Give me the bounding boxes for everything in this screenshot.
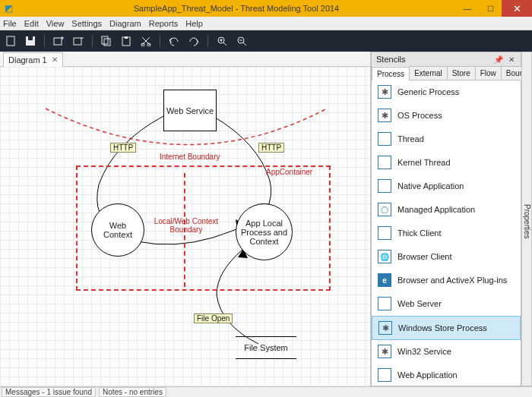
stencil-item-label: Browser Client [397, 252, 452, 261]
stencil-item-label: Web Application [397, 370, 458, 380]
stencil-item[interactable]: Browser and ActiveX Plug-ins [372, 269, 521, 292]
gear-icon [378, 109, 391, 122]
gear-icon [378, 321, 392, 335]
svg-line-19 [243, 43, 246, 46]
shape-app-local[interactable]: App Local Process and Context [236, 203, 293, 260]
menu-edit[interactable]: Edit [24, 19, 39, 28]
toolbar [0, 30, 532, 52]
menu-bar: File Edit View Settings Diagram Reports … [0, 17, 532, 30]
stencil-panel-title: Stencils [376, 55, 406, 64]
stencil-item[interactable]: Managed Application [372, 198, 521, 222]
save-icon[interactable] [24, 35, 36, 47]
new-icon[interactable] [5, 35, 17, 47]
tab-store[interactable]: Store [447, 66, 476, 80]
svg-rect-11 [125, 36, 128, 39]
menu-settings[interactable]: Settings [71, 19, 102, 28]
tab-process[interactable]: Process [372, 67, 410, 80]
svg-line-15 [223, 43, 226, 46]
shape-web-context[interactable]: Web Context [91, 203, 144, 257]
boundary-appcontainer-label: AppContainer [266, 168, 312, 176]
gear-icon [378, 85, 391, 99]
svg-rect-6 [74, 38, 81, 45]
stencil-item-label: Generic Process [397, 87, 459, 96]
menu-reports[interactable]: Reports [149, 19, 179, 28]
paste-icon[interactable] [120, 35, 132, 47]
tab-flow[interactable]: Flow [475, 66, 502, 80]
redo-icon[interactable] [188, 35, 200, 47]
stencil-tabs: Process External Store Flow Boundary [372, 66, 521, 80]
pin-icon[interactable]: 📌 [494, 55, 505, 64]
plain-icon [378, 132, 391, 146]
stencil-item-label: Managed Application [397, 205, 475, 214]
flow-tag-http-left[interactable]: HTTP [110, 143, 136, 153]
plain-icon [378, 156, 391, 169]
flow-tag-file-open[interactable]: File Open [194, 314, 233, 323]
status-bar: Messages - 1 issue found Notes - no entr… [0, 386, 532, 397]
gear-icon [378, 345, 391, 358]
stencil-item-label: Thread [397, 134, 424, 143]
stencil-item[interactable]: Native Application [372, 175, 521, 198]
circ-icon [378, 203, 391, 216]
stencil-item[interactable]: Generic Process [372, 80, 521, 104]
svg-rect-3 [54, 38, 62, 45]
tab-external[interactable]: External [409, 66, 448, 80]
plain-icon [378, 179, 391, 193]
stencil-panel: Stencils 📌 ✕ Process External Store Flow… [371, 52, 521, 386]
tab-diagram-1[interactable]: Diagram 1 ✕ [3, 52, 63, 67]
cut-icon[interactable] [140, 35, 152, 47]
stencil-item[interactable]: Thick Client [372, 222, 521, 245]
status-notes[interactable]: Notes - no entries [99, 387, 166, 397]
tab-label: Diagram 1 [8, 55, 47, 65]
stencil-item-label: OS Process [397, 111, 442, 120]
shape-web-service[interactable]: Web Service [163, 90, 217, 131]
close-tab-icon[interactable]: ✕ [52, 55, 58, 64]
diagram-canvas[interactable]: AppContainer Local/Web Context Boundary … [0, 67, 370, 386]
status-messages[interactable]: Messages - 1 issue found [2, 387, 96, 397]
stencil-item[interactable]: Thread [372, 128, 521, 151]
stencil-item-label: Win32 Service [397, 347, 451, 356]
properties-collapsed-tab[interactable]: Properties [521, 52, 532, 386]
boundary-localweb-label: Local/Web Context Boundary [152, 217, 220, 234]
flow-tag-http-right[interactable]: HTTP [258, 143, 284, 153]
close-button[interactable]: ✕ [502, 0, 532, 17]
new-tab-icon[interactable] [52, 35, 65, 47]
app-icon: ◩ [0, 3, 17, 14]
globe-icon [378, 250, 391, 263]
copy-icon[interactable] [100, 35, 112, 47]
stencil-item[interactable]: Kernel Thread [372, 151, 521, 175]
title-bar: ◩ SampleApp_Threat_Model - Threat Modeli… [0, 0, 532, 17]
stencil-item-label: Web Server [397, 299, 442, 308]
e-icon [378, 273, 391, 287]
stencil-item-label: Kernel Thread [397, 158, 451, 167]
svg-rect-8 [102, 36, 108, 44]
delete-tab-icon[interactable] [72, 35, 84, 47]
stencil-item[interactable]: OS Process [372, 104, 521, 128]
stencil-item[interactable]: Win32 Service [372, 340, 521, 364]
stencil-item[interactable]: Web Server [372, 292, 521, 316]
plain-icon [378, 368, 391, 382]
plain-icon [378, 297, 391, 310]
document-tabs: Diagram 1 ✕ [0, 52, 370, 67]
menu-diagram[interactable]: Diagram [109, 19, 141, 28]
zoom-in-icon[interactable] [216, 35, 228, 47]
minimize-button[interactable]: — [456, 0, 479, 17]
boundary-internet-label: Internet Boundary [160, 153, 220, 161]
menu-help[interactable]: Help [185, 19, 203, 28]
stencil-item[interactable]: Windows Store Process [372, 316, 521, 340]
stencil-item[interactable]: Web Application [372, 364, 521, 386]
stencil-item-label: Browser and ActiveX Plug-ins [397, 276, 507, 285]
menu-view[interactable]: View [46, 19, 65, 28]
stencil-item-label: Native Application [397, 181, 464, 191]
stencil-item[interactable]: Browser Client [372, 245, 521, 269]
maximize-button[interactable]: ☐ [479, 0, 502, 17]
zoom-out-icon[interactable] [236, 35, 248, 47]
stencil-item-label: Windows Store Process [398, 323, 487, 332]
window-title: SampleApp_Threat_Model - Threat Modeling… [17, 4, 456, 13]
stencil-item-label: Thick Client [397, 228, 441, 238]
undo-icon[interactable] [168, 35, 180, 47]
menu-file[interactable]: File [3, 19, 17, 28]
close-panel-icon[interactable]: ✕ [508, 55, 516, 64]
stencil-list[interactable]: Generic ProcessOS ProcessThreadKernel Th… [372, 80, 521, 386]
shape-file-system[interactable]: File System [236, 336, 296, 359]
svg-rect-9 [104, 39, 110, 46]
